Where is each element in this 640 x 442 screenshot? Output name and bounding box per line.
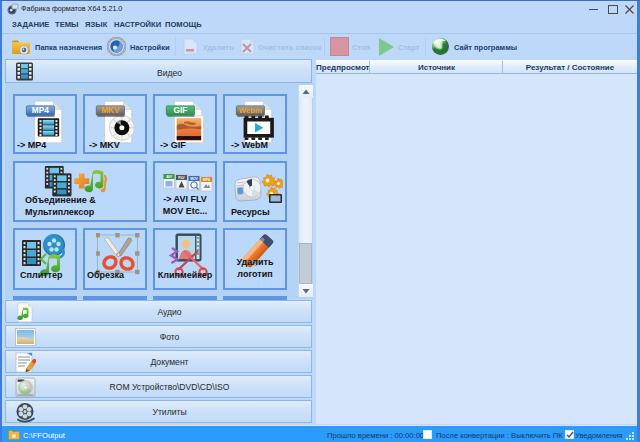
svg-text:MP4: MP4	[32, 105, 49, 115]
svg-text:GIF: GIF	[173, 105, 187, 115]
svg-text:MOV: MOV	[190, 177, 198, 181]
svg-text:MP4: MP4	[203, 178, 210, 182]
svg-text:AVI: AVI	[166, 175, 172, 179]
svg-text:FLV: FLV	[178, 176, 185, 180]
svg-text:Webm: Webm	[239, 106, 262, 115]
svg-text:MKV: MKV	[101, 105, 120, 115]
